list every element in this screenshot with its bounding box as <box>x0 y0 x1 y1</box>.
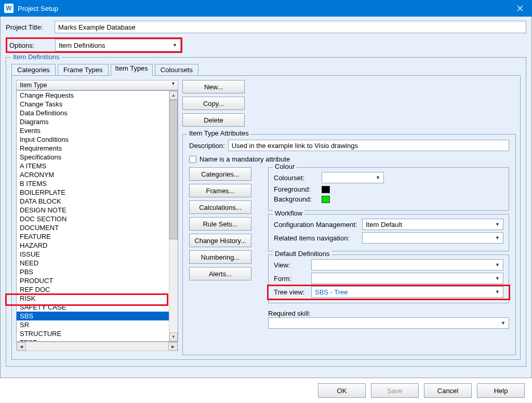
tabs: Categories Frame Types Item Types Colour… <box>11 64 521 76</box>
list-item[interactable]: DOC SECTION <box>17 214 178 223</box>
default-defs-fieldset: Default Definitions View: ▼ Form: ▼ Tree… <box>268 254 509 303</box>
chevron-down-icon: ▼ <box>495 262 500 267</box>
related-nav-combo[interactable]: ▼ <box>362 232 503 244</box>
list-item[interactable]: SBS <box>17 312 178 320</box>
categories-button[interactable]: Categories... <box>189 167 251 181</box>
chevron-down-icon: ▼ <box>495 222 500 227</box>
foreground-swatch[interactable] <box>322 186 330 193</box>
list-item[interactable]: Data Definitions <box>17 109 178 117</box>
alerts-button[interactable]: Alerts... <box>189 267 251 280</box>
required-skill-combo[interactable]: ▼ <box>268 317 509 329</box>
description-label: Description: <box>189 142 225 150</box>
item-type-listbox: Item Type ▼ ▲ ▼ Change RequestsChange Ta… <box>16 80 178 351</box>
list-item[interactable]: A ITEMS <box>17 162 178 170</box>
list-item[interactable]: BOILERPLATE <box>17 188 178 197</box>
help-button[interactable]: Help <box>477 383 525 398</box>
list-item[interactable]: Events <box>17 126 178 135</box>
chevron-down-icon: ▼ <box>501 320 506 326</box>
view-combo[interactable]: ▼ <box>311 259 503 271</box>
mandatory-label: Name is a mandatory attribute <box>200 155 290 163</box>
chevron-down-icon: ▼ <box>495 235 500 240</box>
form-combo[interactable]: ▼ <box>311 273 503 284</box>
tab-categories[interactable]: Categories <box>11 64 56 76</box>
list-item[interactable]: SR <box>17 320 178 329</box>
list-item[interactable]: TEST <box>17 338 178 342</box>
scroll-down-button[interactable]: ▼ <box>169 332 178 341</box>
copy-button[interactable]: Copy... <box>182 97 245 110</box>
options-row: Options: Item Definitions ▼ <box>7 39 181 51</box>
scroll-up-button[interactable]: ▲ <box>169 91 178 100</box>
save-button: Save <box>371 383 419 398</box>
delete-button[interactable]: Delete <box>182 113 245 127</box>
mandatory-checkbox[interactable] <box>189 156 196 163</box>
list-item[interactable]: B ITEMS <box>17 179 178 188</box>
options-value: Item Definitions <box>59 42 105 49</box>
project-title-input[interactable] <box>55 21 526 33</box>
list-item[interactable]: HAZARD <box>17 241 178 250</box>
list-item[interactable]: DOCUMENT <box>17 223 178 232</box>
vertical-scrollbar[interactable]: ▲ ▼ <box>169 91 178 341</box>
list-header[interactable]: Item Type ▼ <box>16 80 178 90</box>
list-item[interactable]: Change Tasks <box>17 100 178 109</box>
list-body[interactable]: ▲ ▼ Change RequestsChange TasksData Defi… <box>16 90 178 342</box>
config-mgmt-combo[interactable]: Item Default▼ <box>362 219 503 230</box>
list-item[interactable]: STRUCTURE <box>17 329 178 338</box>
list-item[interactable]: DATA BLOCK <box>17 197 178 206</box>
list-item[interactable]: Change Requests <box>17 91 178 100</box>
list-item[interactable]: RISK <box>17 294 178 303</box>
scroll-left-button[interactable]: ◀ <box>17 342 26 351</box>
tab-coloursets[interactable]: Coloursets <box>155 64 198 76</box>
list-item[interactable]: PRODUCT <box>17 276 178 285</box>
chevron-down-icon: ▼ <box>495 289 500 294</box>
tab-frame-types[interactable]: Frame Types <box>58 64 109 76</box>
cancel-button[interactable]: Cancel <box>424 383 472 398</box>
close-button[interactable] <box>508 0 532 17</box>
new-button[interactable]: New... <box>182 80 245 93</box>
chevron-down-icon: ▼ <box>172 43 177 48</box>
app-icon: W <box>4 4 14 13</box>
titlebar: W Project Setup <box>0 0 532 17</box>
list-item[interactable]: DESIGN NOTE <box>17 206 178 214</box>
horizontal-scrollbar[interactable]: ◀ ▶ <box>16 342 178 351</box>
calculations-button[interactable]: Calculations... <box>189 200 251 214</box>
scroll-thumb[interactable] <box>169 100 178 239</box>
list-item[interactable]: Specifications <box>17 153 178 162</box>
colour-fieldset: Colour Colourset: ▼ Foreground: Backgrou… <box>268 167 509 211</box>
list-item[interactable]: Requirements <box>17 144 178 153</box>
rule-sets-button[interactable]: Rule Sets... <box>189 217 251 231</box>
numbering-button[interactable]: Numbering... <box>189 250 251 264</box>
options-combo[interactable]: Item Definitions ▼ <box>55 39 181 51</box>
background-swatch[interactable] <box>322 196 330 203</box>
window-title: Project Setup <box>18 5 508 12</box>
project-title-row: Project Title: <box>6 21 526 33</box>
dialog-buttons: OK Save Cancel Help <box>318 383 525 398</box>
list-item[interactable]: ISSUE <box>17 250 178 259</box>
tree-view-combo[interactable]: SBS - Tree▼ <box>311 286 503 298</box>
list-item[interactable]: SAFETY CASE <box>17 303 178 312</box>
chevron-down-icon: ▼ <box>171 81 176 86</box>
description-input[interactable] <box>228 140 509 151</box>
close-icon <box>517 5 523 11</box>
options-label: Options: <box>7 39 55 51</box>
attrs-legend: Item Type Attributes <box>187 129 251 137</box>
list-item[interactable]: NEED <box>17 259 178 267</box>
list-item[interactable]: PBS <box>17 267 178 276</box>
list-item[interactable]: ACRONYM <box>17 170 178 179</box>
item-definitions-legend: Item Definitions <box>11 53 62 61</box>
list-item[interactable]: REF DOC <box>17 285 178 294</box>
list-item[interactable]: FEATURE <box>17 232 178 241</box>
ok-button[interactable]: OK <box>318 383 366 398</box>
project-title-label: Project Title: <box>6 23 55 31</box>
chevron-down-icon: ▼ <box>376 175 380 180</box>
list-item[interactable]: Diagrams <box>17 117 178 126</box>
colourset-combo[interactable]: ▼ <box>322 172 384 183</box>
frames-button[interactable]: Frames... <box>189 184 251 197</box>
change-history-button[interactable]: Change History... <box>189 234 251 247</box>
workflow-fieldset: Workflow Configuration Management: Item … <box>268 214 509 251</box>
scroll-right-button[interactable]: ▶ <box>168 342 178 351</box>
tab-item-types[interactable]: Item Types <box>111 64 153 76</box>
list-item[interactable]: Input Conditions <box>17 135 178 144</box>
chevron-down-icon: ▼ <box>495 276 500 281</box>
